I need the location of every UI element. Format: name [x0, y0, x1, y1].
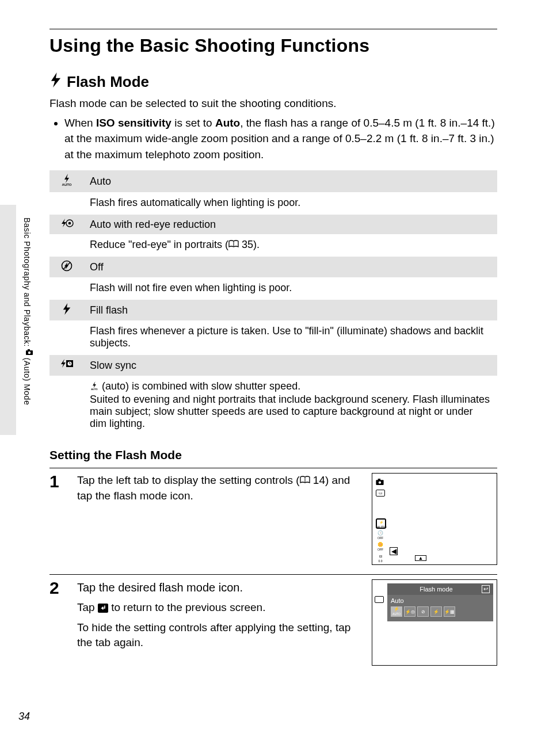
- mode-label: Off: [84, 257, 497, 277]
- flash-option-fill: ⚡: [430, 606, 442, 617]
- return-icon: [98, 601, 108, 613]
- up-triangle-icon: ▲: [415, 555, 426, 561]
- flash-slow-icon: [49, 355, 84, 376]
- page-title: Using the Basic Shooting Functions: [49, 35, 497, 56]
- macro-off-icon: 🌼OFF: [376, 543, 385, 552]
- svg-text:AUTO: AUTO: [62, 183, 72, 186]
- step-1-illustration: ▭ ⚡AUTO 🕒OFF 🌼OFF ⧈0.0 ◀ ▲: [372, 473, 497, 565]
- mode-label: Auto with red-eye reduction: [84, 215, 497, 234]
- camera-icon: [22, 349, 32, 355]
- book-ref-icon: [300, 476, 310, 484]
- flash-auto-icon: AUTO: [49, 170, 84, 192]
- step-2-illustration: Flash mode ↩ Auto ⚡AUTO ⚡◎ ⊘ ⚡ ⚡▦: [372, 579, 497, 666]
- flash-off-icon: [49, 257, 84, 277]
- svg-point-15: [379, 482, 381, 484]
- mode-desc: Flash fires automatically when lighting …: [84, 192, 497, 215]
- flash-auto-inline-icon: AUTO: [90, 381, 99, 394]
- mode-desc: AUTO (auto) is combined with slow shutte…: [84, 376, 497, 436]
- book-ref-icon: [228, 240, 239, 248]
- return-icon-small: ↩: [482, 585, 490, 593]
- intro-text: Flash mode can be selected to suit the s…: [49, 96, 497, 112]
- flash-redeye-icon: [49, 215, 84, 234]
- bullet-iso: When ISO sensitivity is set to Auto, the…: [64, 115, 497, 163]
- step-number-2: 2: [49, 579, 67, 597]
- left-arrow-icon: ◀: [390, 547, 398, 555]
- flash-option-off: ⊘: [417, 606, 429, 617]
- step-number-1: 1: [49, 473, 67, 490]
- mode-desc: Flash will not fire even when lighting i…: [84, 277, 497, 300]
- setting-subheading: Setting the Flash Mode: [49, 448, 497, 462]
- tab-handle-icon: [375, 596, 384, 603]
- svg-rect-1: [28, 349, 30, 351]
- selftimer-off-icon: 🕒OFF: [376, 531, 385, 540]
- mode-desc: Reduce "red-eye" in portraits ( 35).: [84, 234, 497, 257]
- sidebar-tab: [0, 205, 16, 435]
- section-heading-flash-mode: Flash Mode: [67, 73, 149, 91]
- selected-mode-label: Auto: [391, 597, 490, 604]
- sidebar-chapter-label: Basic Photography and Playback: (Auto) M…: [22, 217, 33, 405]
- flash-option-auto: ⚡AUTO: [391, 606, 402, 617]
- flash-option-slow: ⚡▦: [444, 606, 455, 617]
- step-2-text: Tap the desired flash mode icon. Tap to …: [77, 579, 361, 651]
- svg-point-5: [68, 222, 71, 225]
- flash-icon: [49, 72, 62, 91]
- page-number: 34: [18, 711, 30, 723]
- panel-title: Flash mode: [391, 586, 482, 593]
- camera-mode-icon: [376, 477, 386, 487]
- flash-modes-table: AUTOAuto Flash fires automatically when …: [49, 170, 497, 436]
- flash-auto-tab-icon: ⚡AUTO: [376, 518, 386, 529]
- mode-desc: Flash fires whenever a picture is taken.…: [84, 320, 497, 355]
- flash-option-redeye: ⚡◎: [404, 606, 415, 617]
- tab-handle-icon: ▭: [376, 490, 385, 497]
- svg-text:AUTO: AUTO: [91, 388, 97, 391]
- step-1-text: Tap the left tab to display the setting …: [77, 473, 361, 503]
- flash-fill-icon: [49, 300, 84, 320]
- svg-point-2: [28, 352, 30, 354]
- mode-label: Auto: [84, 170, 497, 192]
- mode-label: Slow sync: [84, 355, 497, 376]
- svg-rect-14: [378, 479, 380, 480]
- mode-label: Fill flash: [84, 300, 497, 320]
- ev-comp-icon: ⧈0.0: [376, 554, 385, 563]
